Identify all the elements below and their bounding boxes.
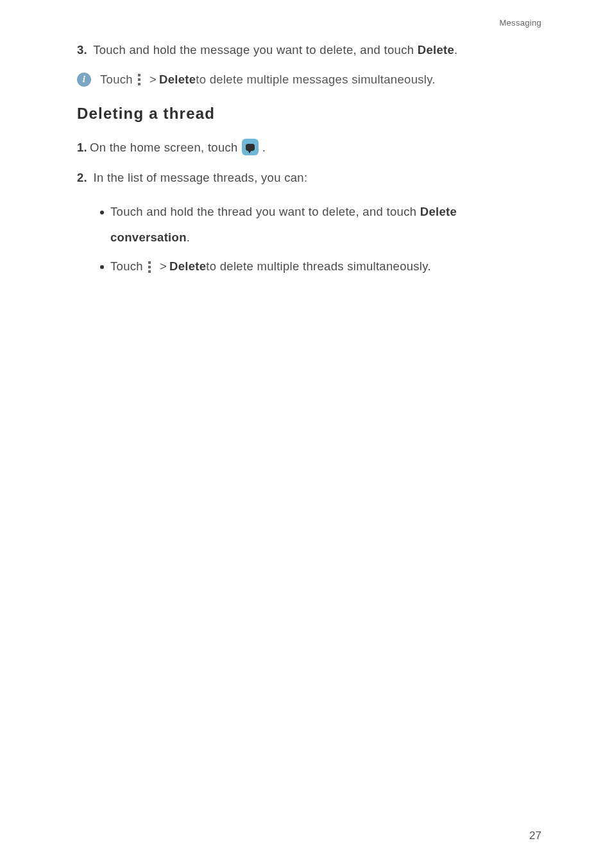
step-number: 3. xyxy=(77,43,87,56)
more-menu-icon xyxy=(138,74,142,85)
step-number: 1. xyxy=(77,138,87,157)
delete-label: Delete xyxy=(420,205,457,218)
conversation-label: conversation xyxy=(110,230,187,244)
document-page: Messaging 3. Touch and hold the message … xyxy=(0,0,612,868)
bullet-touch: Touch xyxy=(110,254,143,280)
info-icon: i xyxy=(77,73,91,87)
bullet-rest: to delete multiple threads simultaneousl… xyxy=(206,254,431,280)
info-note: i Touch > Delete to delete multiple mess… xyxy=(77,73,541,87)
bullet-icon xyxy=(100,211,104,214)
page-number: 27 xyxy=(529,829,541,842)
delete-label: Delete xyxy=(159,73,196,87)
bullet-list: Touch and hold the thread you want to de… xyxy=(100,199,541,280)
list-item: Touch > Delete to delete multiple thread… xyxy=(100,254,541,280)
period: . xyxy=(454,43,457,56)
period: . xyxy=(187,230,190,244)
breadcrumb-separator: > xyxy=(160,254,167,280)
info-rest: to delete multiple messages simultaneous… xyxy=(196,73,436,87)
info-touch: Touch xyxy=(100,73,133,87)
step-number: 2. xyxy=(77,171,87,184)
step-text: On the home screen, touch xyxy=(90,138,238,157)
period: . xyxy=(262,138,266,157)
more-menu-icon xyxy=(148,261,152,273)
bullet-text: Touch and hold the thread you want to de… xyxy=(110,205,420,218)
step-3: 3. Touch and hold the message you want t… xyxy=(77,40,541,60)
messaging-app-icon xyxy=(242,139,259,155)
bullet-icon xyxy=(100,265,104,269)
list-item: Touch and hold the thread you want to de… xyxy=(100,199,541,251)
breadcrumb-separator: > xyxy=(149,73,157,87)
section-heading: Deleting a thread xyxy=(77,105,541,123)
delete-label: Delete xyxy=(169,254,206,280)
step-text: In the list of message threads, you can: xyxy=(93,171,307,184)
page-header: Messaging xyxy=(77,18,541,28)
step-1: 1. On the home screen, touch . xyxy=(77,138,541,157)
delete-label: Delete xyxy=(418,43,454,56)
step-2: 2. In the list of message threads, you c… xyxy=(77,168,541,187)
step-text: Touch and hold the message you want to d… xyxy=(93,43,418,56)
